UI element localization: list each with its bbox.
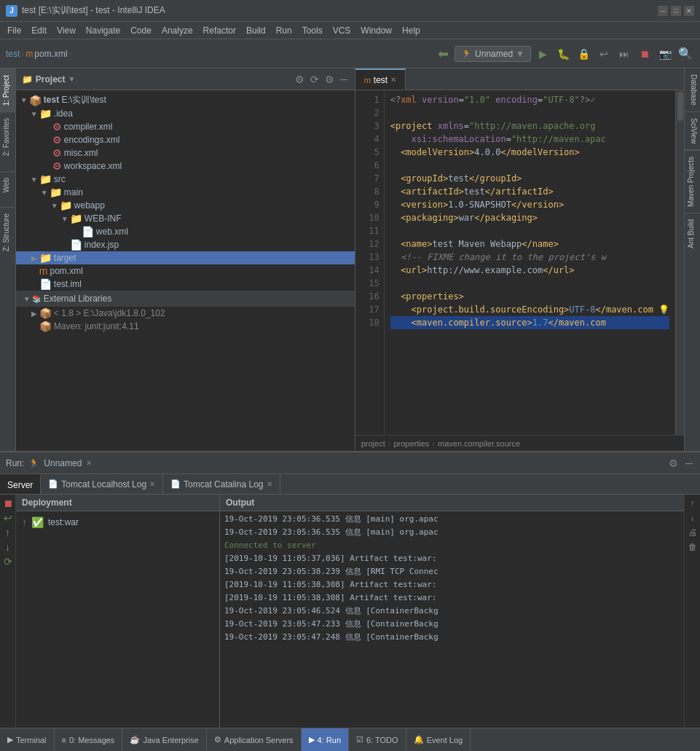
project-panel-settings-button[interactable]: ⚙ (294, 72, 306, 87)
project-tab[interactable]: 1: Project (0, 68, 15, 111)
close-button[interactable]: ✕ (684, 6, 694, 16)
project-panel-options-button[interactable]: ⚙ (323, 72, 336, 87)
tree-item-webapp[interactable]: ▼ 📁 webapp (16, 199, 355, 212)
tree-item-misc-xml[interactable]: ▶ ⚙ misc.xml (16, 146, 355, 160)
tomcat-localhost-close[interactable]: ✕ (149, 480, 155, 488)
run-tab-server[interactable]: Server (0, 474, 41, 494)
menu-refactor[interactable]: Refactor (199, 24, 240, 37)
tree-item-junit[interactable]: ▶ 📦 Maven: junit:junit:4.11 (16, 320, 355, 333)
java-enterprise-tab[interactable]: ☕ Java Enterprise (122, 728, 206, 751)
menu-tools[interactable]: Tools (298, 24, 327, 37)
menu-file[interactable]: File (3, 24, 25, 37)
event-log-tab[interactable]: 🔔 Event Log (406, 728, 471, 751)
tree-item-test-root[interactable]: ▼ 📦 test E:\实训\test (16, 93, 355, 107)
project-panel-scroll-button[interactable]: ⟳ (309, 72, 320, 87)
run-settings-button[interactable]: ⚙ (667, 456, 680, 471)
editor-tab-pom[interactable]: m test ✕ (355, 68, 406, 90)
editor-scroll-thumb[interactable] (677, 92, 683, 121)
menu-analyze[interactable]: Analyze (157, 24, 197, 37)
favorites-tab[interactable]: 2: Favorites (0, 111, 15, 170)
menu-code[interactable]: Code (126, 24, 156, 37)
search-everywhere-button[interactable]: 🔍 (677, 45, 694, 63)
messages-tab[interactable]: ≡ 0: Messages (55, 728, 123, 751)
print-button[interactable]: 🖨 (687, 527, 699, 538)
output-line-10: 19-Oct-2019 23:05:47.248 信息 [ContainerBa… (220, 631, 684, 644)
menu-vcs[interactable]: VCS (329, 24, 355, 37)
coverage-button[interactable]: 🔒 (575, 45, 592, 63)
output-line-5: 19-Oct-2019 23:05:38.239 信息 [RMI TCP Con… (220, 565, 684, 578)
rerun-button[interactable]: ↩ (2, 512, 14, 524)
tree-item-src[interactable]: ▼ 📁 src (16, 173, 355, 186)
profile-button[interactable]: ↩ (595, 45, 613, 63)
run-config-selector[interactable]: 🏃 Unnamed ▼ (455, 46, 531, 62)
code-line-4: xsi:schemaLocation="http://maven.apac (390, 133, 670, 146)
build-button[interactable]: ⏭ (616, 45, 633, 63)
tree-item-idea[interactable]: ▼ 📁 .idea (16, 107, 355, 120)
code-editor[interactable]: <?xml version="1.0" encoding="UTF-8"?>✓ … (385, 90, 676, 435)
editor-scrollbar[interactable] (675, 90, 684, 435)
run-button[interactable]: ▶ (534, 45, 551, 63)
line-num-15: 15 (360, 277, 380, 290)
window-controls[interactable]: ─ □ ✕ (658, 6, 694, 16)
scroll-down-button[interactable]: ↓ (687, 512, 699, 524)
terminal-tab[interactable]: ▶ Terminal (0, 728, 55, 751)
menu-help[interactable]: Help (398, 24, 425, 37)
tomcat-catalina-close[interactable]: ✕ (267, 480, 272, 488)
debug-button[interactable]: 🐛 (554, 45, 572, 63)
test-root-label: test E:\实训\test (44, 94, 106, 106)
tree-item-jdk[interactable]: ▶ 📦 < 1.8 > E:\Java\jdk1.8.0_102 (16, 307, 355, 320)
run-minimize-button[interactable]: ─ (684, 456, 694, 471)
up-button[interactable]: ↑ (2, 527, 14, 538)
clear-output-button[interactable]: 🗑 (687, 541, 699, 553)
database-tab[interactable]: Database (685, 68, 700, 112)
menu-view[interactable]: View (52, 24, 80, 37)
down-button[interactable]: ↓ (2, 541, 14, 553)
stop-button[interactable]: ⏹ (636, 45, 653, 63)
toolbar: test › m pom.xml › ⬅ 🏃 Unnamed ▼ ▶ 🐛 🔒 ↩… (0, 39, 700, 68)
stop-run-button[interactable]: ⏹ (2, 498, 14, 509)
ant-build-tab[interactable]: Ant Build (685, 213, 700, 254)
deployment-item-test-war[interactable]: ↑ ✅ test:war (16, 514, 219, 530)
run-tab[interactable]: ▶ 4: Run (302, 728, 349, 751)
maximize-button[interactable]: □ (671, 6, 681, 16)
tree-item-main[interactable]: ▼ 📁 main (16, 186, 355, 199)
maven-tab[interactable]: Maven Projects (685, 150, 700, 213)
output-line-1: 19-Oct-2019 23:05:36.535 信息 [main] org.a… (220, 513, 684, 526)
tree-item-target[interactable]: ▶ 📁 target (16, 251, 355, 264)
main-layout: 1: Project 2: Favorites Web Z: Structure… (0, 68, 700, 451)
messages-label: 0: Messages (69, 736, 114, 744)
tree-item-pom-xml[interactable]: ▶ m pom.xml (16, 264, 355, 278)
tree-item-compiler-xml[interactable]: ▶ ⚙ compiler.xml (16, 120, 355, 133)
web-tab[interactable]: Web (0, 171, 15, 207)
menu-build[interactable]: Build (242, 24, 270, 37)
run-header-icon: 🏃 (28, 458, 39, 468)
tree-item-workspace-xml[interactable]: ▶ ⚙ workspace.xml (16, 160, 355, 173)
project-dropdown-arrow[interactable]: ▼ (68, 75, 76, 83)
todo-tab[interactable]: ☑ 6: TODO (349, 728, 406, 751)
menu-navigate[interactable]: Navigate (82, 24, 125, 37)
minimize-button[interactable]: ─ (658, 6, 668, 16)
compiler-xml-label: compiler.xml (64, 122, 113, 132)
refresh-button[interactable]: ⟳ (2, 556, 14, 567)
tree-item-web-xml[interactable]: ▶ 📄 web.xml (16, 225, 355, 238)
tree-item-index-jsp[interactable]: ▶ 📄 index.jsp (16, 238, 355, 251)
tree-item-test-iml[interactable]: ▶ 📄 test.iml (16, 278, 355, 291)
app-servers-tab[interactable]: ⚙ Application Servers (207, 728, 302, 751)
structure-tab[interactable]: Z: Structure (0, 207, 15, 266)
run-close[interactable]: ✕ (86, 459, 92, 467)
run-tab-tomcat-catalina[interactable]: 📄 Tomcat Catalina Log ✕ (163, 474, 280, 494)
menu-edit[interactable]: Edit (27, 24, 51, 37)
tree-item-webinf[interactable]: ▼ 📁 WEB-INF (16, 212, 355, 225)
project-panel-minimize-button[interactable]: ─ (339, 72, 349, 87)
code-line-18: <maven.compiler.source>1.7</maven.com (390, 316, 670, 329)
navigate-back-button[interactable]: ⬅ (434, 45, 452, 63)
camera-button[interactable]: 📷 (656, 45, 674, 63)
menu-run[interactable]: Run (272, 24, 296, 37)
scroll-up-button[interactable]: ↑ (687, 498, 699, 509)
run-tab-tomcat-localhost[interactable]: 📄 Tomcat Localhost Log ✕ (41, 474, 163, 494)
menu-window[interactable]: Window (356, 24, 396, 37)
external-libraries-header[interactable]: ▼ 📚 External Libraries (16, 291, 355, 307)
pom-tab-close[interactable]: ✕ (390, 76, 396, 84)
sciview-tab[interactable]: SciView (685, 112, 700, 150)
tree-item-encodings-xml[interactable]: ▶ ⚙ encodings.xml (16, 133, 355, 146)
